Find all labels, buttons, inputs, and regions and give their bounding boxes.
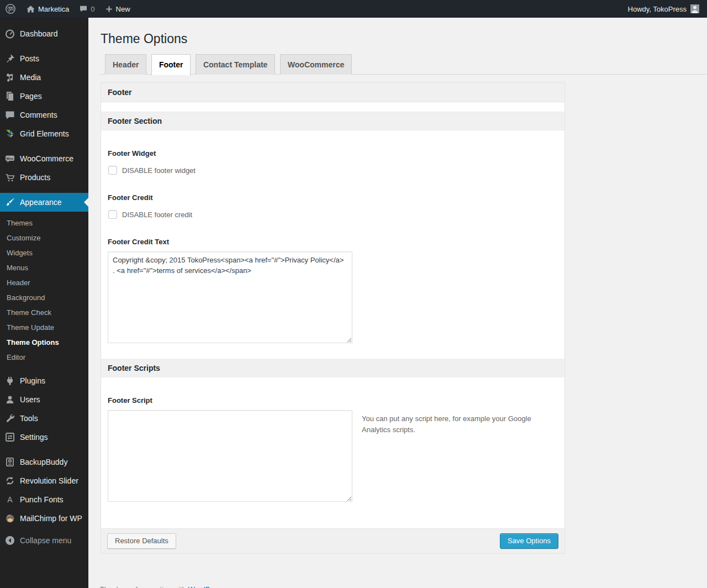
section-footer-section: Footer Section	[101, 112, 564, 130]
disable-footer-widget-checkbox[interactable]	[108, 166, 117, 175]
new-content-menu[interactable]: New	[100, 0, 135, 18]
panel-title: Footer	[101, 83, 564, 102]
submenu-item-theme-check[interactable]: Theme Check	[0, 305, 88, 320]
sidebar-item-tools[interactable]: Tools	[0, 409, 88, 428]
svg-text:Woo: Woo	[6, 156, 14, 160]
menu-separator	[0, 43, 88, 49]
svg-text:A: A	[7, 495, 13, 504]
cart-icon	[4, 172, 15, 183]
grid-elements-icon	[4, 128, 15, 139]
footer-credit-text-textarea[interactable]: Copyright &copy; 2015 TokoPress<span><a …	[108, 251, 352, 343]
sidebar-item-label: BackupBuddy	[20, 458, 67, 466]
sidebar-item-label: Appearance	[20, 198, 62, 207]
footer-credit-checkbox-row: DISABLE footer credit	[108, 210, 558, 219]
sidebar-item-settings[interactable]: Settings	[0, 428, 88, 447]
sidebar-item-revolution-slider[interactable]: Revolution Slider	[0, 471, 88, 490]
spacer	[108, 502, 558, 528]
sidebar-item-label: Grid Elements	[20, 129, 69, 138]
comments-icon	[4, 109, 15, 120]
sidebar-item-label: Settings	[20, 433, 48, 442]
submenu-item-widgets[interactable]: Widgets	[0, 245, 88, 260]
submenu-item-theme-update[interactable]: Theme Update	[0, 320, 88, 335]
howdy-label: Howdy, TokoPress	[628, 5, 687, 13]
new-label: New	[116, 5, 130, 13]
page-footer: Thank you for creating with WordPress. V…	[99, 585, 707, 588]
main-content: Theme Options Header Footer Contact Temp…	[88, 18, 707, 588]
footer-credit-text-label: Footer Credit Text	[108, 238, 558, 246]
page-title: Theme Options	[101, 30, 707, 47]
sidebar-item-media[interactable]: Media	[0, 68, 88, 87]
sidebar-item-appearance[interactable]: Appearance	[0, 193, 88, 212]
footer-thanks-prefix: Thank you for creating with	[99, 585, 188, 588]
comment-bubble-icon	[79, 4, 88, 13]
menu-separator	[0, 143, 88, 149]
footer-credit-label: Footer Credit	[108, 193, 558, 202]
tab-footer[interactable]: Footer	[151, 54, 191, 75]
sidebar-item-label: Posts	[20, 54, 39, 63]
pages-icon	[4, 91, 15, 102]
footer-thanks-text: Thank you for creating with WordPress.	[99, 585, 225, 588]
submenu-item-themes[interactable]: Themes	[0, 216, 88, 230]
sidebar-item-dashboard[interactable]: Dashboard	[0, 24, 88, 43]
admin-sidebar: Dashboard Posts Media Pages Commen	[0, 18, 88, 588]
sidebar-item-label: Users	[20, 395, 40, 404]
woocommerce-icon: Woo	[4, 153, 15, 164]
submenu-item-menus[interactable]: Menus	[0, 260, 88, 275]
disable-footer-credit-label[interactable]: DISABLE footer credit	[122, 211, 192, 219]
sidebar-item-backupbuddy[interactable]: BackupBuddy	[0, 453, 88, 471]
collapse-menu-label: Collapse menu	[20, 536, 71, 545]
sidebar-item-comments[interactable]: Comments	[0, 106, 88, 124]
restore-defaults-button[interactable]: Restore Defaults	[107, 533, 176, 549]
wordpress-logo-menu[interactable]	[0, 0, 21, 18]
tab-header[interactable]: Header	[105, 54, 146, 75]
sidebar-item-label: Punch Fonts	[20, 495, 64, 504]
disable-footer-widget-label[interactable]: DISABLE footer widget	[122, 166, 196, 175]
sidebar-item-mailchimp[interactable]: MailChimp for WP	[0, 509, 88, 528]
submenu-item-theme-options[interactable]: Theme Options	[0, 335, 88, 350]
dashboard-icon	[4, 28, 15, 39]
admin-bar-right: Howdy, TokoPress	[627, 0, 700, 18]
sidebar-item-pages[interactable]: Pages	[0, 87, 88, 106]
wordpress-logo-icon	[5, 3, 16, 14]
sidebar-item-plugins[interactable]: Plugins	[0, 371, 88, 390]
account-menu[interactable]: Howdy, TokoPress	[627, 4, 700, 13]
spacer	[108, 345, 558, 359]
sidebar-item-products[interactable]: Products	[0, 168, 88, 187]
wordpress-link[interactable]: WordPress	[188, 585, 223, 588]
submenu-item-editor[interactable]: Editor	[0, 350, 88, 365]
user-icon	[4, 394, 15, 405]
submenu-item-header[interactable]: Header	[0, 275, 88, 290]
plugin-icon	[4, 375, 15, 386]
sidebar-item-grid-elements[interactable]: Grid Elements	[0, 124, 88, 143]
tab-woocommerce[interactable]: WooCommerce	[280, 54, 352, 75]
tab-bar: Header Footer Contact Template WooCommer…	[99, 54, 707, 75]
tab-contact-template[interactable]: Contact Template	[196, 54, 275, 75]
sidebar-item-punch-fonts[interactable]: A Punch Fonts	[0, 490, 88, 509]
paintbrush-icon	[4, 197, 15, 208]
disable-footer-credit-checkbox[interactable]	[108, 210, 117, 219]
sidebar-item-users[interactable]: Users	[0, 390, 88, 409]
collapse-arrow-icon	[4, 535, 15, 546]
sidebar-item-label: Tools	[20, 414, 38, 423]
site-name-menu[interactable]: Marketica	[21, 0, 74, 18]
comments-menu[interactable]: 0	[74, 0, 99, 18]
layout: Dashboard Posts Media Pages Commen	[0, 18, 707, 588]
submenu-item-customize[interactable]: Customize	[0, 230, 88, 245]
revolution-slider-icon	[4, 475, 15, 486]
section-footer-scripts: Footer Scripts	[101, 359, 564, 377]
panel-gap	[101, 102, 564, 112]
sidebar-item-woocommerce[interactable]: Woo WooCommerce	[0, 149, 88, 168]
footer-script-textarea[interactable]	[108, 410, 352, 502]
collapse-menu-button[interactable]: Collapse menu	[0, 531, 88, 550]
sidebar-item-label: Pages	[20, 92, 42, 101]
mailchimp-monkey-icon	[4, 513, 15, 524]
appearance-submenu: Themes Customize Widgets Menus Header Ba…	[0, 212, 88, 371]
sidebar-item-label: Dashboard	[20, 29, 58, 38]
site-name-label: Marketica	[38, 5, 69, 13]
footer-scripts-body: Footer Script You can put any script her…	[101, 396, 564, 528]
submenu-item-background[interactable]: Background	[0, 290, 88, 305]
settings-icon	[4, 432, 15, 443]
media-icon	[4, 72, 15, 83]
save-options-button[interactable]: Save Options	[500, 533, 558, 549]
sidebar-item-posts[interactable]: Posts	[0, 49, 88, 68]
